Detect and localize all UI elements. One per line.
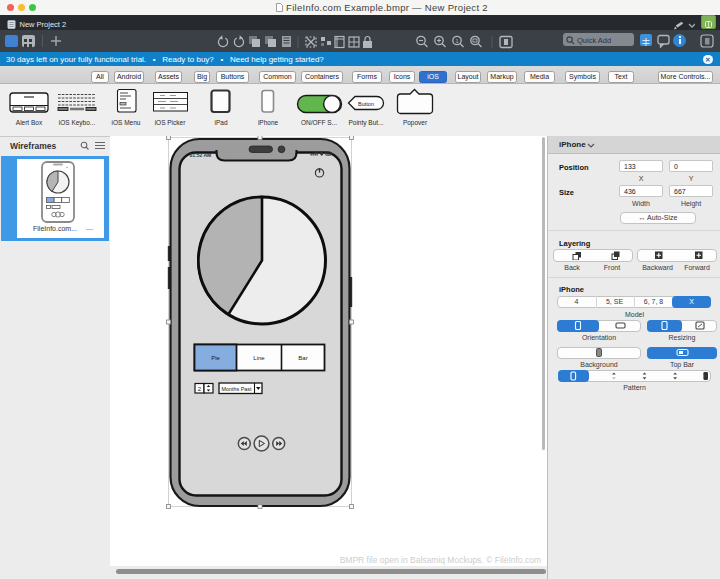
svg-text:Pie: Pie	[211, 355, 220, 361]
svg-text:01:52 AM: 01:52 AM	[190, 152, 212, 158]
svg-text:1: 1	[455, 38, 458, 44]
svg-text:Bar: Bar	[298, 355, 307, 361]
svg-text:Months Past: Months Past	[222, 386, 252, 392]
svg-text:Line: Line	[253, 355, 265, 361]
svg-text:Button: Button	[358, 101, 374, 107]
